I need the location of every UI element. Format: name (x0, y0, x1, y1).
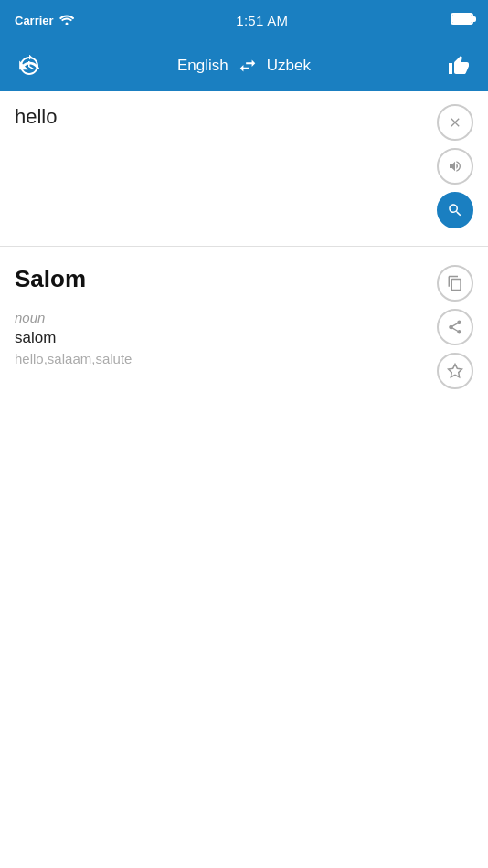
history-button[interactable] (13, 49, 46, 82)
search-icon (447, 202, 463, 218)
favorite-button[interactable] (437, 353, 473, 389)
status-bar-time: 1:51 AM (236, 13, 288, 28)
part-of-speech: noun (15, 310, 473, 325)
app-header: English Uzbek (0, 40, 488, 91)
copy-icon (447, 275, 463, 291)
speak-button[interactable] (437, 148, 473, 185)
status-bar-left: Carrier (15, 14, 74, 27)
search-button[interactable] (437, 192, 473, 228)
share-icon (447, 319, 463, 335)
copy-button[interactable] (437, 265, 473, 302)
synonyms: hello,salaam,salute (15, 351, 473, 366)
battery-icon (451, 13, 473, 27)
search-input-row (15, 91, 473, 228)
search-input[interactable] (15, 104, 430, 131)
wifi-icon (59, 14, 74, 27)
source-language[interactable]: English (177, 57, 228, 75)
search-area (0, 91, 488, 247)
translated-word: salom (15, 329, 473, 347)
search-action-buttons (437, 104, 473, 228)
status-bar-right (451, 13, 473, 27)
target-language[interactable]: Uzbek (267, 57, 311, 75)
undo-icon (17, 54, 41, 78)
dictionary-entry: noun salom hello,salaam,salute (15, 310, 473, 366)
volume-icon (448, 159, 462, 174)
clear-icon (448, 115, 462, 130)
thumbs-up-icon (448, 55, 470, 77)
clear-button[interactable] (437, 104, 473, 141)
result-action-buttons (437, 265, 473, 389)
result-area: Salom noun salom hello,salaam,salute (0, 247, 488, 381)
language-selector: English Uzbek (177, 56, 311, 76)
share-button[interactable] (437, 309, 473, 345)
svg-marker-0 (449, 365, 462, 377)
carrier-label: Carrier (15, 14, 54, 27)
swap-icon (238, 56, 258, 76)
result-title: Salom (15, 265, 473, 293)
star-icon (447, 363, 463, 379)
rate-button[interactable] (442, 49, 475, 82)
status-bar: Carrier 1:51 AM (0, 0, 488, 40)
swap-language-button[interactable] (238, 56, 258, 76)
